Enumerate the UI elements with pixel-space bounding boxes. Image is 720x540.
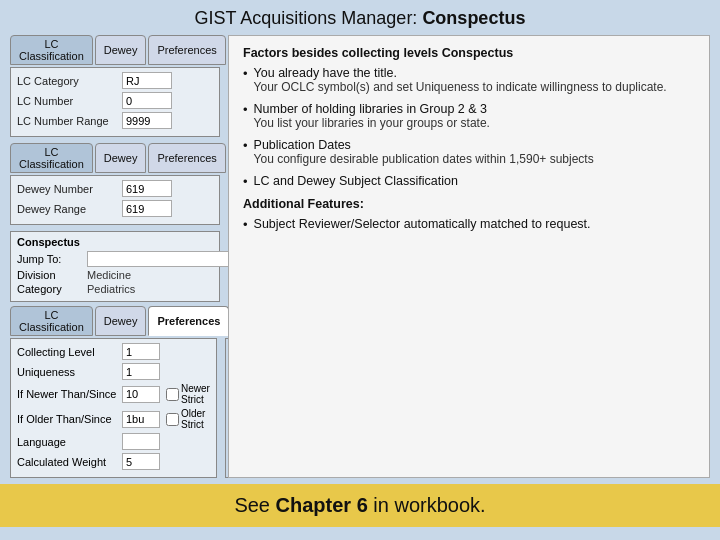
mid-tab-row: LC Classification Dewey Preferences	[10, 143, 220, 173]
input-dewey-number[interactable]	[122, 180, 172, 197]
li-content-3: Publication Dates You configure desirabl…	[254, 138, 695, 166]
row-newer-than: If Newer Than/Since Newer Strict	[17, 383, 210, 405]
info-title: Factors besides collecting levels Conspe…	[243, 46, 695, 60]
input-language[interactable]	[122, 433, 160, 450]
row-older-than: If Older Than/Since Older Strict	[17, 408, 210, 430]
label-jump-to: Jump To:	[17, 253, 87, 265]
bullet-2: •	[243, 102, 248, 130]
label-lc-category: LC Category	[17, 75, 122, 87]
title-text: GIST Acquisitions Manager:	[195, 8, 423, 28]
row-language: Language	[17, 433, 210, 450]
checkbox-older-strict[interactable]: Older Strict	[166, 408, 210, 430]
conspectus-section: Conspectus Jump To: Division Medicine Ca…	[10, 231, 220, 302]
value-category: Pediatrics	[87, 283, 213, 295]
additional-list-item-1: • Subject Reviewer/Selector automaticall…	[243, 217, 695, 232]
list-item-2: • Number of holding libraries in Group 2…	[243, 102, 695, 130]
tab-dewey-mid[interactable]: Dewey	[95, 143, 147, 173]
value-division: Medicine	[87, 269, 213, 281]
additional-li-content-1: Subject Reviewer/Selector automatically …	[254, 217, 695, 232]
banner-text-bold: Chapter 6	[276, 494, 368, 516]
label-language: Language	[17, 436, 122, 448]
lc-form-panel: LC Category LC Number LC Number Range	[10, 67, 220, 137]
bottom-banner: See Chapter 6 in workbook.	[0, 484, 720, 527]
label-lc-number-range: LC Number Range	[17, 115, 122, 127]
input-older-than[interactable]	[122, 411, 160, 428]
bullet-1: •	[243, 66, 248, 94]
tab-preferences-mid[interactable]: Preferences	[148, 143, 225, 173]
conspectus-row-jump: Jump To:	[17, 251, 213, 267]
label-category: Category	[17, 283, 87, 295]
collecting-panel: Collecting Level Uniqueness If Newer Tha…	[10, 338, 217, 478]
input-dewey-range[interactable]	[122, 200, 172, 217]
additional-bullet-1: •	[243, 217, 248, 232]
input-calculated-weight[interactable]	[122, 453, 160, 470]
li-sub-3: You configure desirable publication date…	[254, 152, 695, 166]
tab-dewey-top[interactable]: Dewey	[95, 35, 147, 65]
dewey-form-panel: Dewey Number Dewey Range	[10, 175, 220, 225]
label-newer-than: If Newer Than/Since	[17, 388, 122, 400]
label-older-than: If Older Than/Since	[17, 413, 122, 425]
row-uniqueness: Uniqueness	[17, 363, 210, 380]
row-collecting-level: Collecting Level	[17, 343, 210, 360]
tab-preferences-top[interactable]: Preferences	[148, 35, 225, 65]
input-lc-number-range[interactable]	[122, 112, 172, 129]
li-main-1: You already have the title.	[254, 66, 695, 80]
li-main-4: LC and Dewey Subject Classification	[254, 174, 695, 188]
input-jump-to[interactable]	[87, 251, 233, 267]
additional-title: Additional Features:	[243, 197, 695, 211]
li-main-2: Number of holding libraries in Group 2 &…	[254, 102, 695, 116]
li-content-2: Number of holding libraries in Group 2 &…	[254, 102, 695, 130]
additional-li-main-1: Subject Reviewer/Selector automatically …	[254, 217, 695, 231]
bottom-tab-row: LC Classification Dewey Preferences	[10, 306, 220, 336]
left-panel: LC Classification Dewey Preferences LC C…	[10, 35, 220, 478]
label-uniqueness: Uniqueness	[17, 366, 122, 378]
tab-lc-classification-mid[interactable]: LC Classification	[10, 143, 93, 173]
label-lc-number: LC Number	[17, 95, 122, 107]
title-bold: Conspectus	[422, 8, 525, 28]
tab-lc-classification-top[interactable]: LC Classification	[10, 35, 93, 65]
form-row-lc-number-range: LC Number Range	[17, 112, 213, 129]
list-item-1: • You already have the title. Your OCLC …	[243, 66, 695, 94]
input-lc-category[interactable]	[122, 72, 172, 89]
list-item-3: • Publication Dates You configure desira…	[243, 138, 695, 166]
page-title: GIST Acquisitions Manager: Conspectus	[0, 0, 720, 35]
input-lc-number[interactable]	[122, 92, 172, 109]
li-content-1: You already have the title. Your OCLC sy…	[254, 66, 695, 94]
form-row-lc-number: LC Number	[17, 92, 213, 109]
right-panel: Factors besides collecting levels Conspe…	[228, 35, 710, 478]
conspectus-title: Conspectus	[17, 236, 213, 248]
form-row-dewey-number: Dewey Number	[17, 180, 213, 197]
banner-text-end: in workbook.	[368, 494, 486, 516]
tab-lc-classification-bot[interactable]: LC Classification	[10, 306, 93, 336]
form-row-lc-category: LC Category	[17, 72, 213, 89]
li-content-4: LC and Dewey Subject Classification	[254, 174, 695, 189]
tab-dewey-bot[interactable]: Dewey	[95, 306, 147, 336]
input-collecting-level[interactable]	[122, 343, 160, 360]
input-uniqueness[interactable]	[122, 363, 160, 380]
label-dewey-number: Dewey Number	[17, 183, 122, 195]
info-box: Factors besides collecting levels Conspe…	[228, 35, 710, 478]
banner-text-normal: See	[234, 494, 275, 516]
bullet-3: •	[243, 138, 248, 166]
bullet-4: •	[243, 174, 248, 189]
input-newer-than[interactable]	[122, 386, 160, 403]
additional-features: Additional Features: • Subject Reviewer/…	[243, 197, 695, 232]
label-calculated-weight: Calculated Weight	[17, 456, 122, 468]
list-item-4: • LC and Dewey Subject Classification	[243, 174, 695, 189]
additional-bullets-list: • Subject Reviewer/Selector automaticall…	[243, 217, 695, 232]
row-calculated-weight: Calculated Weight	[17, 453, 210, 470]
checkbox-col-newer: Newer Strict	[166, 383, 210, 405]
checkbox-col-older: Older Strict	[166, 408, 210, 430]
bullets-list: • You already have the title. Your OCLC …	[243, 66, 695, 189]
tab-preferences-bot[interactable]: Preferences	[148, 306, 229, 336]
input-newer-strict[interactable]	[166, 388, 179, 401]
conspectus-row-category: Category Pediatrics	[17, 283, 213, 295]
label-division: Division	[17, 269, 87, 281]
bottom-left-row: Collecting Level Uniqueness If Newer Tha…	[10, 338, 220, 478]
li-sub-1: Your OCLC symbol(s) and set Uniqueness t…	[254, 80, 695, 94]
li-sub-2: You list your libraries in your groups o…	[254, 116, 695, 130]
input-older-strict[interactable]	[166, 413, 179, 426]
conspectus-row-division: Division Medicine	[17, 269, 213, 281]
li-main-3: Publication Dates	[254, 138, 695, 152]
checkbox-newer-strict[interactable]: Newer Strict	[166, 383, 210, 405]
